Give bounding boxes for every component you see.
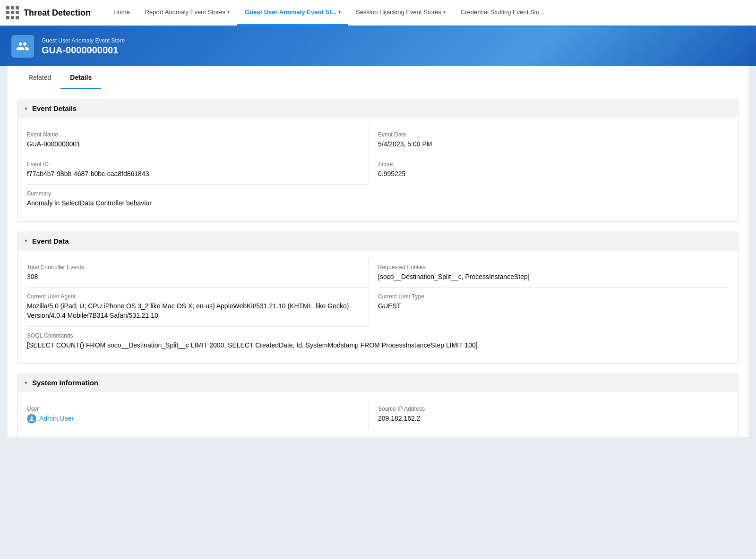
event-data-section: ▾ Event Data Total Controller Events 308…	[17, 231, 739, 364]
app-title: Threat Detection	[24, 8, 91, 18]
header-text: Guest User Anomaly Event Store GUA-00000…	[42, 37, 125, 56]
event-details-section: ▾ Event Details Event Name GUA-000000000…	[17, 99, 739, 222]
nav-tab-credential-stuffing[interactable]: Credential Stuffing Event Sto...	[453, 0, 552, 25]
collapse-icon: ▾	[25, 105, 27, 112]
field-total-controller-events: Total Controller Events 308	[27, 258, 369, 288]
field-source-ip: Source IP Address 209.182.162.2	[378, 400, 729, 429]
nav-tab-guest-user[interactable]: Guest User Anomaly Event St... ▾	[237, 0, 348, 25]
page-background: Guest User Anomaly Event Store GUA-00000…	[0, 26, 756, 466]
field-user: User Admin User	[27, 400, 369, 429]
event-data-title: Event Data	[32, 237, 69, 245]
field-event-name: Event Name GUA-0000000001	[27, 126, 369, 155]
event-data-grid: Total Controller Events 308 Requested En…	[27, 258, 729, 356]
nav-tab-report-anomaly[interactable]: Report Anomaly Event Stores ▾	[137, 0, 238, 25]
chevron-down-icon: ▾	[227, 9, 230, 15]
top-nav: Threat Detection Home Report Anomaly Eve…	[0, 0, 756, 26]
nav-tab-home[interactable]: Home	[106, 0, 137, 25]
chevron-down-icon: ▾	[338, 9, 341, 15]
grid-icon[interactable]	[6, 6, 19, 19]
nav-tabs: Home Report Anomaly Event Stores ▾ Guest…	[106, 0, 756, 25]
nav-tab-session-hijacking[interactable]: Session Hijacking Event Stores ▾	[348, 0, 453, 25]
system-info-header[interactable]: ▾ System Information	[17, 373, 739, 392]
system-info-grid: User Admin User Source IP Address	[27, 400, 729, 429]
header-title: GUA-0000000001	[42, 45, 125, 56]
field-event-id: Event ID f77ab4b7-98bb-4687-b0bc-caa8fd8…	[27, 155, 369, 185]
field-soql-commands: SOQL Commands [SELECT COUNT() FROM soco_…	[27, 327, 729, 356]
event-details-grid: Event Name GUA-0000000001 Event Date 5/4…	[27, 126, 729, 214]
system-info-fields: User Admin User Source IP Address	[17, 392, 739, 437]
tabs-bar: Related Details	[8, 66, 748, 89]
field-current-user-agent: Current User Agent Mozilla/5.0 (iPad; U;…	[27, 288, 369, 326]
content-card: Related Details ▾ Event Details Event Na…	[8, 66, 748, 437]
field-score: Score 0.995225	[378, 155, 729, 185]
record-icon	[11, 35, 34, 58]
admin-user-link[interactable]: Admin User	[27, 414, 359, 423]
tab-details[interactable]: Details	[60, 66, 101, 89]
chevron-down-icon: ▾	[443, 9, 446, 15]
field-current-user-type: Current User Type GUEST	[378, 288, 729, 326]
event-data-header[interactable]: ▾ Event Data	[17, 231, 739, 251]
system-info-section: ▾ System Information User Admin User	[17, 373, 739, 437]
page-header: Guest User Anomaly Event Store GUA-00000…	[0, 26, 756, 66]
event-details-header[interactable]: ▾ Event Details	[17, 99, 739, 118]
field-requested-entities: Requested Entities [soco__Destination_Sp…	[378, 258, 729, 288]
field-event-date: Event Date 5/4/2023, 5:00 PM	[378, 126, 729, 155]
tab-related[interactable]: Related	[19, 66, 60, 89]
collapse-icon: ▾	[25, 237, 27, 244]
event-details-title: Event Details	[32, 104, 77, 112]
field-summary: Summary Anomaly in SelectData Controller…	[27, 185, 729, 214]
event-data-fields: Total Controller Events 308 Requested En…	[17, 251, 739, 364]
event-details-fields: Event Name GUA-0000000001 Event Date 5/4…	[17, 118, 739, 222]
header-subtitle: Guest User Anomaly Event Store	[42, 37, 125, 44]
user-icon	[27, 414, 36, 423]
system-info-title: System Information	[32, 379, 98, 387]
collapse-icon: ▾	[25, 380, 27, 386]
